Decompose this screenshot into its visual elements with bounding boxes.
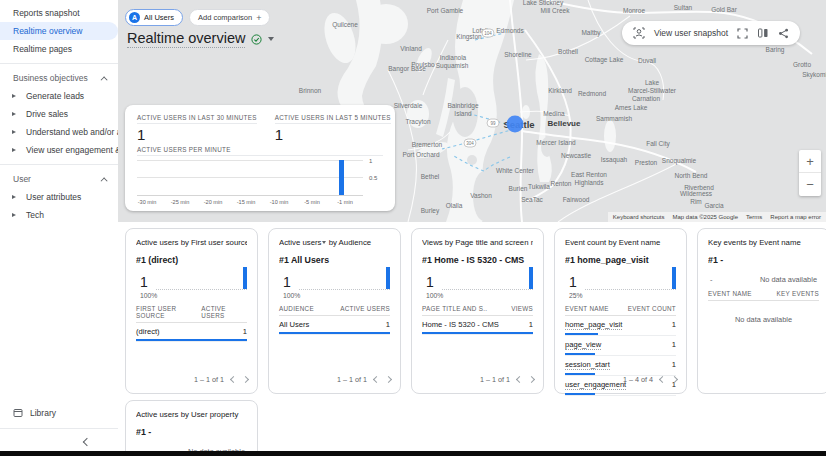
column-header[interactable]: EVENT NAME — [708, 290, 752, 297]
card-views-by-page-title: Views by Page title and screen name #1 H… — [411, 228, 544, 394]
dimension-name[interactable]: Event name — [619, 238, 661, 247]
zoom-in-button[interactable]: + — [799, 150, 821, 173]
data-quality-check-icon[interactable] — [251, 34, 262, 45]
dimension-name[interactable]: Page title and screen name — [455, 238, 533, 247]
share-icon[interactable] — [778, 28, 789, 39]
per-minute-chart-label: ACTIVE USERS PER MINUTE — [137, 146, 383, 156]
collapse-section-icon[interactable] — [101, 177, 108, 184]
metric-name[interactable]: Views — [422, 238, 443, 247]
plus-icon: + — [256, 13, 261, 23]
comparison-chips: A All Users Add comparison + — [125, 9, 270, 26]
prev-page-icon[interactable] — [373, 376, 380, 383]
sidebar-item-label: Generate leads — [26, 91, 84, 101]
add-comparison-button[interactable]: Add comparison + — [189, 9, 270, 26]
next-page-icon[interactable] — [528, 376, 535, 383]
table-row[interactable]: Home - IS 5320 - CMS1 — [422, 316, 533, 335]
next-page-icon[interactable] — [385, 376, 392, 383]
sidebar-section-user[interactable]: User — [0, 170, 118, 188]
view-user-snapshot-label[interactable]: View user snapshot — [654, 28, 728, 38]
table-row[interactable]: (direct)1 — [136, 323, 247, 342]
compare-reports-icon[interactable] — [757, 27, 769, 39]
all-users-chip[interactable]: A All Users — [125, 9, 183, 26]
column-header[interactable]: ACTIVE USERS — [340, 305, 390, 312]
sidebar-item-realtime-pages[interactable]: Realtime pages — [0, 40, 118, 58]
sidebar-item-label: User attributes — [26, 192, 81, 202]
table-row[interactable]: session_start1 — [565, 356, 676, 376]
metric-name[interactable]: Active users — [279, 238, 321, 247]
metric-name[interactable]: Active users — [136, 238, 178, 247]
chip-label: Add comparison — [198, 13, 252, 22]
page-title: Realtime overview — [127, 30, 245, 48]
sidebar-item-realtime-overview[interactable]: Realtime overview — [0, 22, 118, 40]
expand-arrow-icon[interactable] — [12, 148, 16, 152]
column-header[interactable]: EVENT COUNT — [628, 305, 676, 312]
terms-link[interactable]: Terms — [746, 214, 762, 220]
collapse-sidebar-icon[interactable] — [83, 438, 91, 446]
column-header[interactable]: EVENT NAME — [565, 305, 609, 312]
report-nav: Reports snapshot Realtime overview Realt… — [0, 0, 118, 224]
report-map-error-link[interactable]: Report a map error — [770, 214, 821, 220]
sidebar-item-drive-sales[interactable]: Drive sales — [0, 105, 118, 123]
metric-name[interactable]: Event count — [565, 238, 606, 247]
top-value: 1 — [283, 274, 291, 290]
metric-name[interactable]: Active users — [136, 410, 178, 419]
expand-arrow-icon[interactable] — [12, 213, 16, 217]
highway-shield-icon: 104 — [482, 29, 495, 38]
sidebar-item-view-user-engagement[interactable]: View user engagement & rete.. — [0, 141, 118, 159]
card-title: Active users by User property — [136, 410, 247, 419]
user-snapshot-icon[interactable] — [633, 27, 645, 39]
column-header[interactable]: PAGE TITLE AND S.. — [422, 305, 487, 312]
table-header: EVENT NAME EVENT COUNT — [565, 299, 676, 316]
page-title-row: Realtime overview — [127, 30, 274, 48]
expand-arrow-icon[interactable] — [12, 112, 16, 116]
prev-page-icon[interactable] — [230, 376, 237, 383]
top-rank: #1 All Users — [279, 255, 390, 265]
sidebar-item-label: Understand web and/or app t.. — [26, 127, 118, 137]
sidebar-item-user-attributes[interactable]: User attributes — [0, 188, 118, 206]
sidebar-item-understand-web-app[interactable]: Understand web and/or app t.. — [0, 123, 118, 141]
sidebar-item-reports-snapshot[interactable]: Reports snapshot — [0, 4, 118, 22]
table-row[interactable]: home_page_visit1 — [565, 316, 676, 336]
column-header[interactable]: FIRST USER SOURCE — [136, 305, 201, 319]
pagination: 1 – 1 of 1 — [337, 375, 391, 384]
dimension-name[interactable]: Event name — [759, 238, 801, 247]
prev-page-icon[interactable] — [516, 376, 523, 383]
fullscreen-icon[interactable] — [737, 28, 748, 39]
top-value: 1 — [569, 274, 577, 290]
keyboard-shortcuts-link[interactable]: Keyboard shortcuts — [613, 214, 665, 220]
table-row[interactable]: All Users1 — [279, 316, 390, 335]
expand-arrow-icon[interactable] — [12, 94, 16, 98]
card-title: Event count by Event name — [565, 238, 676, 247]
expand-arrow-icon[interactable] — [12, 130, 16, 134]
dimension-name[interactable]: First user source — [191, 238, 247, 247]
sidebar-item-tech[interactable]: Tech — [0, 206, 118, 224]
metric-label: ACTIVE USERS IN LAST 5 MINUTES — [275, 114, 391, 124]
library-label: Library — [30, 408, 56, 418]
mini-bar-chart — [156, 268, 247, 290]
sidebar-item-generate-leads[interactable]: Generate leads — [0, 87, 118, 105]
column-header[interactable]: KEY EVENTS — [777, 290, 819, 297]
card-title: Active users by First user source — [136, 238, 247, 247]
column-header[interactable]: AUDIENCE — [279, 305, 314, 312]
column-header[interactable]: ACTIVE USERS — [201, 305, 247, 319]
prev-page-icon[interactable] — [659, 376, 666, 383]
next-page-icon[interactable] — [242, 376, 249, 383]
top-rank: #1 - — [136, 427, 247, 437]
card-title: Views by Page title and screen name — [422, 238, 533, 247]
dimension-name[interactable]: Audience — [339, 238, 372, 247]
sidebar-section-business-objectives[interactable]: Business objectives — [0, 69, 118, 87]
table-row[interactable]: page_view1 — [565, 336, 676, 356]
y-axis-tick: 1 — [369, 158, 372, 164]
zoom-out-button[interactable]: − — [799, 173, 821, 196]
title-dropdown-caret-icon[interactable] — [268, 37, 274, 41]
collapse-section-icon[interactable] — [101, 76, 108, 83]
realtime-geo-map[interactable]: QuilcenePort GambleLake StickneyMill Cre… — [118, 0, 826, 222]
next-page-icon[interactable] — [671, 376, 678, 383]
dimension-name[interactable]: User property — [191, 410, 238, 419]
sidebar-item-library[interactable]: Library — [0, 403, 118, 423]
y-axis-tick: 0.5 — [369, 175, 377, 181]
expand-arrow-icon[interactable] — [12, 195, 16, 199]
column-header[interactable]: VIEWS — [511, 305, 533, 312]
metric-name[interactable]: Key events — [708, 238, 747, 247]
per-minute-bar — [339, 160, 344, 195]
